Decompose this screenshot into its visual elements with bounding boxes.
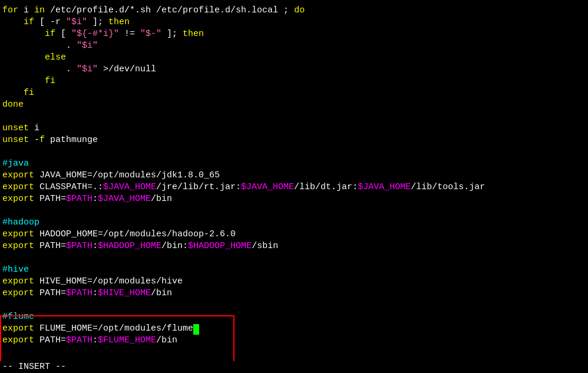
code-line-28: export FLUME_HOME=/opt/modules/flume xyxy=(2,323,586,335)
code-line-25: export PATH=$PATH:$HIVE_HOME/bin xyxy=(2,288,586,299)
code-line-5: else xyxy=(2,52,586,64)
code-line-13 xyxy=(2,146,586,158)
status-bar: -- INSERT -- xyxy=(0,361,588,373)
code-line-23: #hive xyxy=(2,264,586,276)
code-line-24: export HIVE_HOME=/opt/modules/hive xyxy=(2,276,586,288)
code-line-16: export CLASSPATH=.:$JAVA_HOME/jre/lib/rt… xyxy=(2,181,586,193)
code-line-17: export PATH=$PATH:$JAVA_HOME/bin xyxy=(2,193,586,205)
code-line-2: if [ -r "$i" ]; then xyxy=(2,16,586,28)
code-line-4: . "$i" xyxy=(2,40,586,52)
code-line-26 xyxy=(2,299,586,311)
code-line-3: if [ "${-#*i}" != "$-" ]; then xyxy=(2,28,586,40)
code-line-1: for i in /etc/profile.d/*.sh /etc/profil… xyxy=(2,5,586,16)
code-editor[interactable]: for i in /etc/profile.d/*.sh /etc/profil… xyxy=(0,0,588,366)
cursor xyxy=(193,324,199,335)
code-line-21: export PATH=$PATH:$HADOOP_HOME/bin:$HADO… xyxy=(2,240,586,252)
code-line-7: fi xyxy=(2,75,586,87)
code-line-12: unset -f pathmunge xyxy=(2,134,586,146)
vim-mode-label: -- INSERT -- xyxy=(2,361,66,373)
code-line-29: export PATH=$PATH:$FLUME_HOME/bin xyxy=(2,335,586,346)
code-line-8: fi xyxy=(2,87,586,99)
code-line-27: #flume xyxy=(2,311,586,323)
code-line-20: export HADOOP_HOME=/opt/modules/hadoop-2… xyxy=(2,229,586,240)
code-line-14: #java xyxy=(2,158,586,170)
code-line-19: #hadoop xyxy=(2,217,586,229)
code-line-11: unset i xyxy=(2,123,586,134)
code-line-22 xyxy=(2,252,586,264)
code-line-6: . "$i" >/dev/null xyxy=(2,64,586,75)
code-line-10 xyxy=(2,111,586,123)
code-line-9: done xyxy=(2,99,586,111)
code-line-18 xyxy=(2,205,586,217)
code-line-15: export JAVA_HOME=/opt/modules/jdk1.8.0_6… xyxy=(2,170,586,181)
